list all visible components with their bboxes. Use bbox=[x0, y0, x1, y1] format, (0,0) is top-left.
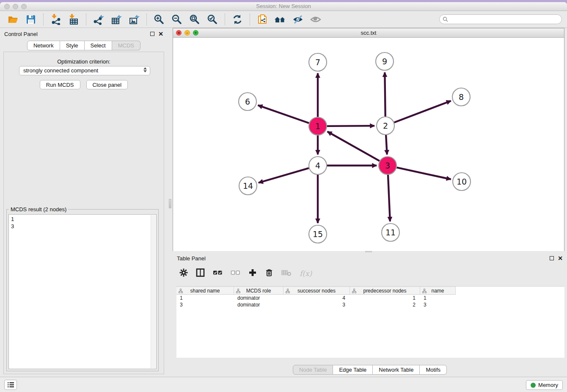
network-window-titlebar: ✕ − + scc.txt bbox=[173, 28, 564, 38]
show-all-icon[interactable] bbox=[308, 13, 323, 26]
close-panel-button[interactable]: Close panel bbox=[86, 80, 128, 89]
table-cell[interactable]: 1 bbox=[176, 295, 234, 301]
main-titlebar: Session: New Session bbox=[0, 2, 567, 11]
network-canvas-svg[interactable]: 1234678910111415 bbox=[173, 38, 564, 251]
table-cell[interactable]: 3 bbox=[420, 301, 456, 308]
table-cell[interactable]: 3 bbox=[284, 301, 350, 308]
column-header-predecessor-nodes[interactable]: predecessor nodes bbox=[350, 287, 420, 295]
table-cell[interactable]: dominator bbox=[234, 295, 284, 301]
select-all-icon[interactable] bbox=[213, 268, 223, 279]
table-tabs: Node TableEdge TableNetwork TableMotifs bbox=[173, 365, 567, 375]
criterion-value: strongly connected component bbox=[23, 67, 98, 74]
graph-edge-2-3[interactable] bbox=[386, 135, 387, 155]
first-neighbors-icon[interactable] bbox=[273, 13, 287, 26]
float-panel-icon[interactable] bbox=[550, 256, 554, 260]
graph-edge-4-14[interactable] bbox=[259, 168, 309, 183]
graph-edge-2-9[interactable] bbox=[385, 72, 385, 116]
node-table: shared nameMCDS rolesuccessor nodesprede… bbox=[176, 286, 564, 358]
main-toolbar bbox=[0, 11, 567, 28]
graph-node-label: 9 bbox=[382, 57, 387, 66]
graph-edge-3-1[interactable] bbox=[328, 132, 380, 161]
column-header-successor-nodes[interactable]: successor nodes bbox=[284, 287, 350, 295]
table-cell[interactable]: dominator bbox=[234, 301, 284, 308]
graph-edge-1-2[interactable] bbox=[327, 126, 374, 126]
graph-edge-2-8[interactable] bbox=[394, 101, 451, 122]
table-cell[interactable]: 1 bbox=[420, 295, 456, 301]
graph-node-label: 14 bbox=[243, 181, 253, 190]
list-icon bbox=[7, 382, 14, 388]
export-network-icon[interactable] bbox=[91, 13, 106, 26]
zoom-out-icon[interactable] bbox=[170, 13, 184, 26]
close-panel-icon[interactable]: ✕ bbox=[558, 256, 563, 260]
show-columns-icon[interactable] bbox=[196, 268, 205, 279]
zoom-in-icon[interactable] bbox=[152, 13, 166, 26]
mcds-result-text[interactable]: 13 bbox=[8, 214, 157, 369]
tab-network-table[interactable]: Network Table bbox=[373, 365, 420, 375]
zoom-fit-icon[interactable] bbox=[187, 13, 202, 26]
table-row[interactable]: 3dominator323 bbox=[176, 301, 564, 308]
table-cell[interactable]: 3 bbox=[176, 301, 234, 308]
close-window-button[interactable] bbox=[4, 4, 10, 9]
graph-node-label: 4 bbox=[315, 161, 320, 170]
float-panel-icon[interactable] bbox=[150, 32, 154, 36]
toolbar-separator bbox=[43, 14, 44, 25]
network-minimize-button[interactable]: − bbox=[184, 30, 190, 36]
status-bar: Memory bbox=[0, 377, 567, 392]
graph-edge-3-11[interactable] bbox=[388, 175, 390, 221]
new-network-from-selection-icon[interactable] bbox=[255, 13, 270, 26]
graph-node-label: 7 bbox=[315, 58, 320, 67]
graph-node-label: 10 bbox=[457, 177, 467, 186]
export-table-icon[interactable] bbox=[109, 13, 124, 26]
apply-layout-icon[interactable] bbox=[230, 13, 245, 26]
tab-style[interactable]: Style bbox=[60, 41, 85, 50]
import-network-icon[interactable] bbox=[49, 13, 63, 26]
import-table-icon[interactable] bbox=[66, 13, 81, 26]
tab-mcds[interactable]: MCDS bbox=[112, 41, 140, 50]
save-session-icon[interactable] bbox=[24, 13, 38, 26]
table-cell[interactable]: 1 bbox=[350, 295, 420, 301]
add-row-icon[interactable] bbox=[248, 268, 257, 279]
tab-motifs[interactable]: Motifs bbox=[420, 365, 447, 375]
minimize-window-button[interactable] bbox=[13, 4, 18, 9]
network-close-button[interactable]: ✕ bbox=[176, 30, 182, 36]
vertical-splitter[interactable] bbox=[168, 28, 173, 377]
result-scrollbar[interactable] bbox=[151, 215, 156, 368]
splitter-grip[interactable] bbox=[169, 199, 171, 208]
window-controls bbox=[4, 4, 27, 9]
column-header-shared-name[interactable]: shared name bbox=[176, 287, 234, 295]
criterion-select[interactable]: strongly connected component bbox=[19, 66, 150, 75]
open-file-icon[interactable] bbox=[6, 13, 20, 26]
table-toolbar: f(x) bbox=[179, 266, 312, 281]
tab-select[interactable]: Select bbox=[85, 41, 112, 50]
run-mcds-button[interactable]: Run MCDS bbox=[40, 80, 80, 89]
table-cell[interactable]: 2 bbox=[350, 301, 420, 308]
tab-edge-table[interactable]: Edge Table bbox=[333, 365, 373, 375]
hide-selected-icon[interactable] bbox=[291, 13, 305, 26]
graph-edge-3-10[interactable] bbox=[396, 168, 451, 179]
delete-rows-icon[interactable] bbox=[265, 268, 273, 279]
memory-button[interactable]: Memory bbox=[526, 380, 563, 390]
close-panel-icon[interactable]: ✕ bbox=[158, 32, 163, 36]
export-image-icon[interactable] bbox=[127, 13, 141, 26]
select-arrows-icon bbox=[143, 67, 147, 72]
zoom-selected-icon[interactable] bbox=[205, 13, 220, 26]
search-container bbox=[439, 14, 562, 24]
search-icon bbox=[443, 17, 448, 22]
deselect-all-icon[interactable] bbox=[231, 268, 240, 279]
table-row[interactable]: 1dominator411 bbox=[176, 295, 564, 301]
mcds-result-title: MCDS result (2 nodes) bbox=[9, 206, 68, 213]
zoom-window-button[interactable] bbox=[21, 4, 27, 9]
column-header-MCDS-role[interactable]: MCDS role bbox=[234, 287, 284, 295]
column-header-name[interactable]: name bbox=[420, 287, 456, 295]
table-body: 1dominator4113dominator323 bbox=[176, 295, 564, 308]
table-cell[interactable]: 4 bbox=[284, 295, 350, 301]
network-zoom-button[interactable]: + bbox=[193, 30, 198, 36]
graph-node-label: 11 bbox=[385, 228, 396, 237]
tab-network[interactable]: Network bbox=[27, 41, 60, 50]
graph-edge-1-6[interactable] bbox=[258, 105, 309, 123]
search-input[interactable] bbox=[439, 14, 562, 24]
settings-icon[interactable] bbox=[179, 268, 188, 279]
task-history-button[interactable] bbox=[4, 380, 17, 390]
toolbar-separator bbox=[146, 14, 147, 25]
tab-node-table[interactable]: Node Table bbox=[293, 365, 333, 375]
